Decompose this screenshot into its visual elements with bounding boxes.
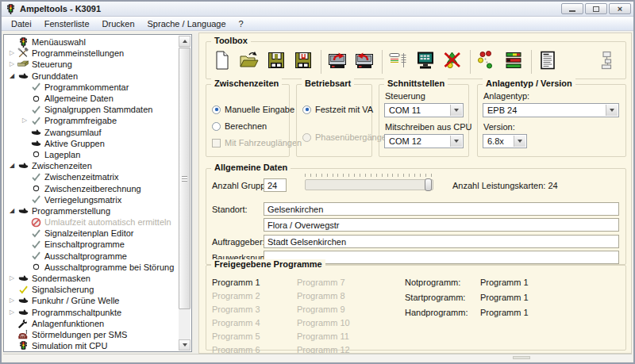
slider-thumb[interactable] [425, 178, 432, 191]
tree-item-einschaltprogramme[interactable]: Einschaltprogramme [4, 239, 178, 250]
scroll-up-button[interactable] [179, 36, 190, 47]
tree-item-umlaufzeit-automatisch-ermitteln[interactable]: Umlaufzeit automatisch ermitteln [4, 216, 178, 228]
tree-item-signalsicherung[interactable]: Signalsicherung [4, 284, 178, 295]
expander-collapsed-icon[interactable]: ▷ [7, 297, 17, 305]
tree-item-funkuhr-gr-ne-welle[interactable]: ▷Funkuhr / Grüne Welle [4, 295, 178, 306]
save-button[interactable] [265, 49, 287, 75]
expander-expanded-icon[interactable]: ◢ [7, 72, 17, 80]
tree-item-label: Signalgruppen Stammdaten [42, 105, 152, 114]
selected-value: EPB 24 [487, 105, 517, 115]
tree-scrollbar[interactable] [179, 36, 190, 351]
menu-item-fensterliste[interactable]: Fensterliste [38, 18, 96, 29]
radio-disabled-icon[interactable] [302, 133, 311, 142]
radio-checked-icon[interactable] [302, 105, 311, 114]
expander-collapsed-icon[interactable]: ▷ [20, 117, 29, 125]
delete-signal-button[interactable] [441, 49, 464, 75]
anzahl-gruppen-slider[interactable] [305, 179, 433, 190]
program-programm-5: Programm 5 [212, 329, 260, 343]
tree-item-allgemeine-daten[interactable]: Allgemeine Daten [4, 93, 178, 104]
tree-item-lageplan[interactable]: Lageplan [4, 149, 178, 160]
option-manuelle-eingabe[interactable]: Manuelle Eingabe [212, 105, 294, 114]
tree-item-programmfreigabe[interactable]: ▷Programmfreigabe [4, 115, 178, 126]
tree-item-label: Zwangsumlauf [42, 128, 102, 137]
menu-item-sprache-language[interactable]: Sprache / Language [141, 18, 233, 29]
tree-item-men-auswahl[interactable]: Menüauswahl [4, 36, 178, 48]
dropdown-arrow-icon[interactable] [514, 136, 525, 147]
mitschreiben-com-select[interactable]: COM 12 [384, 134, 464, 148]
tree-item-verriegelungsmatrix[interactable]: Verriegelungsmatrix [4, 194, 178, 205]
checkbox-unchecked-icon[interactable] [212, 139, 221, 148]
tree-item-ausschaltprogramme-bei-st-rung[interactable]: Ausschaltprogramme bei Störung [4, 262, 178, 273]
protocol-button[interactable] [537, 49, 559, 75]
topology-button[interactable] [595, 49, 618, 75]
expander-collapsed-icon[interactable]: ▷ [7, 308, 17, 316]
tree-item-anlagenfunktionen[interactable]: Anlagenfunktionen [4, 318, 178, 329]
selected-value: 6.8x [487, 136, 504, 146]
tree-item-signalzeitenplan-editor[interactable]: Signalzeitenplan Editor [4, 228, 178, 239]
tree-item-programmkommentar[interactable]: Programmkommentar [4, 82, 178, 93]
tree-item-ausschaltprogramme[interactable]: Ausschaltprogramme [4, 251, 178, 262]
dropdown-arrow-icon[interactable] [450, 136, 462, 147]
tree-item-programmeinstellungen[interactable]: ▷Programmeinstellungen [4, 48, 178, 59]
menu-item-datei[interactable]: Datei [5, 18, 38, 29]
tree-item-grunddaten[interactable]: ◢Grunddaten [4, 71, 178, 82]
main-area: Menüauswahl▷Programmeinstellungen▷Steuer… [3, 33, 632, 354]
tree-item-label: Allgemeine Daten [42, 94, 114, 103]
scrollbar-thumb[interactable] [179, 48, 190, 309]
open-file-button[interactable] [238, 49, 260, 75]
assignment-value: Programm 1 [480, 278, 529, 287]
radio-checked-icon[interactable] [212, 105, 221, 114]
toolbar [211, 48, 622, 76]
expander-collapsed-icon[interactable]: ▷ [7, 49, 17, 57]
radio-unchecked-icon[interactable] [212, 122, 221, 131]
tree-item-zwischenzeiten[interactable]: ◢Zwischenzeiten [4, 160, 178, 171]
maximize-button[interactable] [585, 3, 607, 14]
signal-points-button[interactable] [475, 49, 498, 75]
tree-item-simulation-mit-cpu[interactable]: Simulation mit CPU [4, 340, 178, 350]
steuerung-com-select[interactable]: COM 11 [384, 103, 464, 117]
tree-item-sondermasken[interactable]: ▷Sondermasken [4, 273, 178, 284]
tree-item-signalgruppen-stammdaten[interactable]: Signalgruppen Stammdaten [4, 104, 178, 115]
tree-item-zwangsumlauf[interactable]: Zwangsumlauf [4, 127, 178, 138]
tree-item-programmschaltpunkte[interactable]: ▷Programmschaltpunkte [4, 307, 178, 318]
expander-expanded-icon[interactable]: ◢ [7, 207, 17, 215]
cpu-monitor-button[interactable] [414, 49, 437, 75]
dropdown-arrow-icon[interactable] [606, 105, 618, 116]
save-as-button[interactable] [292, 49, 314, 75]
signal-list-button[interactable] [502, 49, 525, 75]
send-to-controller-button[interactable] [326, 49, 348, 75]
option-phasenuebergaenge[interactable]: Phasenübergänge [302, 132, 387, 142]
scroll-down-button[interactable] [179, 339, 190, 351]
receive-from-controller-button[interactable] [353, 49, 375, 75]
tree-item-st-rmeldungen-per-sms[interactable]: Störmeldungen per SMS [4, 329, 178, 340]
auftraggeber-input[interactable] [264, 235, 619, 248]
dropdown-arrow-icon[interactable] [450, 105, 462, 116]
hand-icon [17, 307, 29, 318]
standort-input[interactable] [264, 202, 619, 216]
tree-item-steuerung[interactable]: ▷Steuerung [4, 59, 178, 70]
horizontal-scrollbar[interactable] [3, 354, 632, 361]
standort-line2-input[interactable] [264, 218, 619, 232]
expander-expanded-icon[interactable]: ◢ [7, 162, 17, 170]
anlagentyp-select[interactable]: EPB 24 [483, 103, 619, 117]
option-festzeit-mit-va[interactable]: Festzeit mit VA [302, 105, 373, 114]
close-button[interactable]: × [609, 3, 631, 14]
tree-item-zwischenzeitberechnung[interactable]: Zwischenzeitberechnung [4, 182, 178, 193]
option-mit-fahrzeuglaengen[interactable]: Mit Fahrzeuglängen [212, 138, 302, 148]
expander-collapsed-icon[interactable]: ▷ [7, 60, 17, 68]
topology-icon [596, 50, 617, 74]
minimize-button[interactable] [561, 3, 583, 14]
version-select[interactable]: 6.8x [483, 134, 527, 148]
option-berechnen[interactable]: Berechnen [212, 121, 267, 131]
new-document-button[interactable] [211, 49, 233, 75]
menubar: DateiFensterlisteDruckenSprache / Langua… [2, 17, 633, 31]
tree-item-zwischenzeitmatrix[interactable]: Zwischenzeitmatrix [4, 171, 178, 182]
expander-collapsed-icon[interactable]: ▷ [7, 274, 17, 282]
detector-display-button[interactable] [387, 49, 410, 75]
anzahl-gruppen-input[interactable] [264, 178, 287, 192]
tree-item-programmerstellung[interactable]: ◢Programmerstellung [4, 205, 178, 216]
new-document-icon [212, 50, 233, 74]
tree-item-aktive-gruppen[interactable]: Aktive Gruppen [4, 138, 178, 149]
menu-item-drucken[interactable]: Drucken [96, 18, 141, 29]
menu-item-help[interactable]: ? [233, 18, 250, 29]
